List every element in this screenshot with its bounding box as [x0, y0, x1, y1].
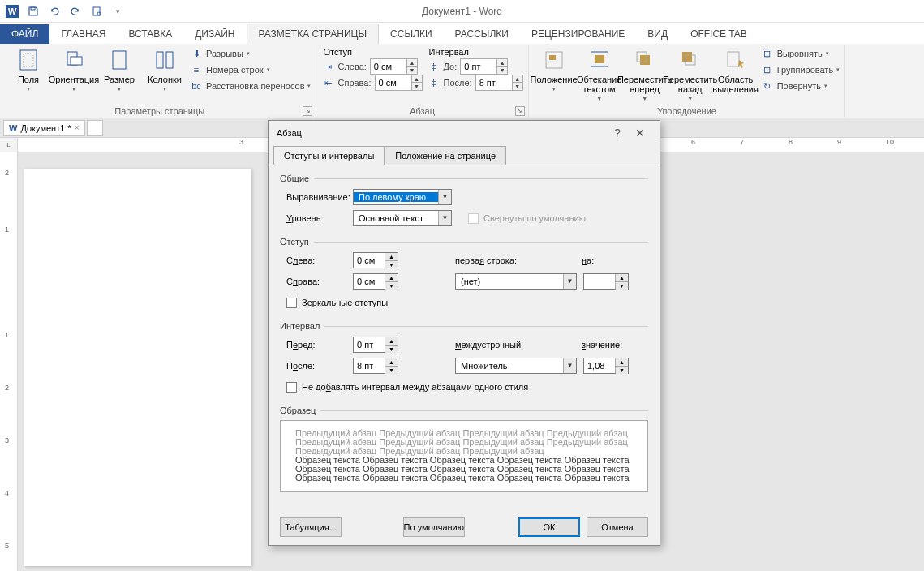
undo-icon[interactable]	[45, 2, 63, 20]
margins-button[interactable]: Поля ▼	[6, 45, 50, 93]
dropdown-icon: ▼	[642, 96, 647, 101]
dropdown-icon[interactable]: ▼	[563, 358, 576, 373]
spacing-after-spinner[interactable]: ▲▼	[475, 75, 523, 91]
save-icon[interactable]	[24, 2, 42, 20]
down-icon[interactable]: ▼	[616, 367, 628, 374]
down-icon[interactable]: ▼	[385, 346, 398, 353]
up-icon[interactable]: ▲	[497, 59, 507, 67]
up-icon[interactable]: ▲	[385, 358, 398, 367]
down-icon[interactable]: ▼	[412, 83, 422, 90]
down-icon[interactable]: ▼	[385, 261, 398, 268]
indent-left-spinner[interactable]: ▲▼	[353, 252, 398, 268]
dropdown-icon[interactable]: ▼	[438, 190, 451, 204]
up-icon[interactable]: ▲	[385, 337, 398, 346]
cancel-button[interactable]: Отмена	[587, 517, 648, 537]
down-icon[interactable]: ▼	[616, 282, 628, 290]
help-button[interactable]: ?	[606, 127, 629, 140]
mirror-indents-checkbox[interactable]: Зеркальные отступы	[280, 298, 388, 308]
quick-access-toolbar: W ▾	[3, 2, 127, 20]
up-icon[interactable]: ▲	[513, 75, 522, 83]
down-icon[interactable]: ▼	[513, 83, 522, 90]
document-page[interactable]	[24, 169, 251, 566]
indent-right-spinner[interactable]: ▲▼	[353, 273, 398, 290]
level-combo[interactable]: Основной текст ▼	[353, 210, 452, 226]
svg-rect-2	[31, 7, 35, 10]
page-setup-launcher[interactable]: ↘	[303, 106, 312, 116]
first-line-combo[interactable]: (нет) ▼	[455, 273, 577, 290]
down-icon[interactable]: ▼	[385, 282, 398, 290]
before-spinner[interactable]: ▲▼	[353, 337, 398, 353]
bring-forward-button[interactable]: Переместить вперед▼	[623, 45, 667, 103]
redo-icon[interactable]	[67, 2, 84, 20]
selection-pane-button[interactable]: Область выделения	[714, 45, 758, 96]
size-button[interactable]: Размер ▼	[97, 45, 141, 93]
columns-button[interactable]: Колонки ▼	[143, 45, 187, 93]
orientation-button[interactable]: Ориентация ▼	[52, 45, 96, 93]
tab-layout[interactable]: РАЗМЕТКА СТРАНИЦЫ	[247, 24, 380, 44]
indent-right-spinner[interactable]: ▲▼	[375, 75, 423, 91]
dropdown-icon: ▼	[117, 86, 122, 92]
alignment-combo[interactable]: По левому краю ▼	[353, 189, 452, 205]
default-button[interactable]: По умолчанию	[403, 517, 465, 537]
fieldset-indent: Отступ Слева: ▲▼ первая строка: на: Спра…	[280, 237, 648, 311]
wrap-text-button[interactable]: Обтекание текстом▼	[578, 45, 621, 103]
fieldset-preview: Образец Предыдущий абзац Предыдущий абза…	[280, 406, 648, 492]
position-button[interactable]: Положение▼	[532, 45, 576, 93]
at-label: значение:	[582, 340, 622, 350]
line-numbers-button[interactable]: ≡Номера строк▾	[188, 62, 312, 78]
dialog-tab-indents[interactable]: Отступы и интервалы	[273, 146, 385, 165]
qat-customize-icon[interactable]: ▾	[109, 2, 127, 20]
new-tab-button[interactable]	[87, 120, 103, 136]
up-icon[interactable]: ▲	[385, 253, 398, 261]
send-backward-button[interactable]: Переместить назад▼	[668, 45, 712, 103]
at-spinner[interactable]: ▲▼	[583, 358, 629, 374]
align-icon: ⊞	[761, 47, 774, 60]
spacing-before-spinner[interactable]: ▲▼	[460, 58, 508, 75]
tab-references[interactable]: ССЫЛКИ	[379, 24, 443, 44]
ruler-vertical[interactable]: 2 1 1 2 3 4 5	[0, 152, 18, 571]
orientation-icon	[61, 47, 87, 73]
tab-insert[interactable]: ВСТАВКА	[117, 24, 183, 44]
after-spinner[interactable]: ▲▼	[353, 358, 398, 374]
touch-mode-icon[interactable]	[88, 2, 105, 20]
close-icon[interactable]: ×	[75, 123, 80, 132]
tabs-button[interactable]: Табуляция...	[280, 517, 342, 537]
line-spacing-combo[interactable]: Множитель ▼	[455, 358, 577, 374]
dropdown-icon[interactable]: ▼	[438, 211, 451, 225]
no-same-style-checkbox[interactable]: Не добавлять интервал между абзацами одн…	[280, 382, 528, 393]
ok-button[interactable]: ОК	[518, 517, 580, 537]
down-icon[interactable]: ▼	[407, 67, 417, 74]
tab-mailings[interactable]: РАССЫЛКИ	[444, 24, 520, 44]
up-icon[interactable]: ▲	[616, 358, 628, 367]
up-icon[interactable]: ▲	[616, 274, 628, 282]
doc-tab-1[interactable]: W Документ1 * ×	[3, 120, 85, 136]
breaks-button[interactable]: ⬇Разрывы▾	[188, 45, 312, 62]
tab-home[interactable]: ГЛАВНАЯ	[49, 24, 117, 44]
up-icon[interactable]: ▲	[407, 59, 417, 67]
group-objects-button[interactable]: ⊡Группировать▾	[759, 62, 842, 78]
word-icon: W	[3, 2, 21, 20]
rotate-button[interactable]: ↻Повернуть▾	[759, 78, 842, 94]
down-icon[interactable]: ▼	[497, 67, 507, 74]
up-icon[interactable]: ▲	[412, 75, 422, 83]
close-button[interactable]: ✕	[629, 127, 651, 140]
up-icon[interactable]: ▲	[385, 274, 398, 282]
first-line-by-spinner[interactable]: ▲▼	[583, 273, 629, 290]
down-icon[interactable]: ▼	[385, 367, 398, 374]
tab-design[interactable]: ДИЗАЙН	[183, 24, 246, 44]
paragraph-launcher[interactable]: ↘	[515, 106, 525, 116]
dialog-titlebar[interactable]: Абзац ? ✕	[269, 121, 660, 145]
spacing-before-icon: ‡	[428, 60, 441, 73]
svg-rect-8	[71, 57, 82, 65]
tab-view[interactable]: ВИД	[636, 24, 679, 44]
tab-officetab[interactable]: OFFICE TAB	[679, 24, 759, 44]
hyphenation-button[interactable]: bcРасстановка переносов▾	[188, 78, 312, 94]
dropdown-icon: ▼	[26, 86, 32, 92]
dropdown-icon[interactable]: ▼	[563, 274, 576, 289]
dialog-tab-position[interactable]: Положение на странице	[385, 146, 506, 165]
indent-left-icon: ⇥	[321, 60, 334, 73]
align-button[interactable]: ⊞Выровнять▾	[759, 45, 842, 62]
tab-review[interactable]: РЕЦЕНЗИРОВАНИЕ	[520, 24, 636, 44]
tab-file[interactable]: ФАЙЛ	[0, 24, 49, 44]
indent-left-spinner[interactable]: ▲▼	[370, 58, 418, 75]
